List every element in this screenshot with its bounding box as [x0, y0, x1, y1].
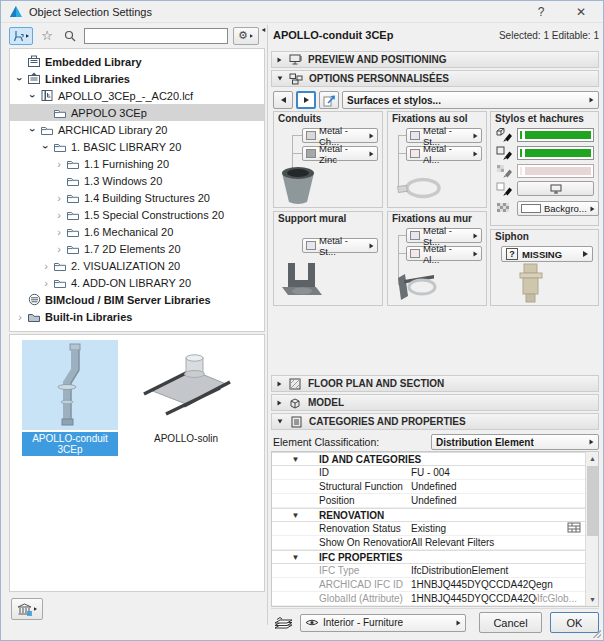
- property-row[interactable]: ARCHICAD IFC ID1HNBJQ445DYQCCDA42Qegn: [272, 578, 585, 592]
- tree-item[interactable]: 1.6 Mechanical 20: [10, 223, 264, 240]
- property-row[interactable]: GlobalId (Attribute)1HNBJQ445DYQCCDA42Qe…: [272, 592, 585, 606]
- wall-fixing-material-2-button[interactable]: Metal - Al...: [406, 246, 482, 261]
- cancel-button[interactable]: Cancel: [479, 612, 542, 633]
- view-mode-button[interactable]: [9, 27, 33, 45]
- tree-expander-icon[interactable]: [53, 209, 65, 221]
- tree-item[interactable]: 1.1 Furnishing 20: [10, 155, 264, 172]
- tree-item[interactable]: Built-in Libraries: [10, 308, 264, 325]
- tree-expander-icon[interactable]: [53, 158, 65, 170]
- ok-button[interactable]: OK: [550, 612, 599, 633]
- floor-fixing-material-1-button[interactable]: Metal - St...: [406, 128, 482, 143]
- property-row[interactable]: Renovation StatusExisting: [272, 522, 585, 536]
- wall-fixing-material-1-button[interactable]: Metal - St...: [406, 228, 482, 243]
- group-expander-icon[interactable]: ▼: [272, 455, 319, 464]
- tree-item[interactable]: Embedded Library: [10, 53, 264, 70]
- fill-pen-selector[interactable]: [517, 164, 594, 178]
- prev-page-button[interactable]: [273, 91, 293, 109]
- conduit-material-1-button[interactable]: Metal - Ch...: [302, 128, 378, 143]
- tree-item-label: 4. ADD-ON LIBRARY 20: [68, 277, 191, 289]
- background-fill-selector[interactable]: Backgro...: [517, 201, 599, 216]
- property-row[interactable]: Show On Renovation...All Relevant Filter…: [272, 536, 585, 550]
- tree-expander-icon[interactable]: [40, 141, 52, 153]
- options-page-selector[interactable]: Surfaces et stylos...: [342, 91, 599, 109]
- property-row[interactable]: IFC TypeIfcDistributionElement: [272, 564, 585, 578]
- load-libraries-button[interactable]: [11, 598, 43, 620]
- siphon-missing-button[interactable]: ? MISSING: [501, 246, 593, 262]
- tree-item[interactable]: 1. BASIC LIBRARY 20: [10, 138, 264, 155]
- tree-expander-icon[interactable]: [27, 90, 39, 102]
- tree-item[interactable]: Linked Libraries: [10, 70, 264, 87]
- resize-grip[interactable]: [593, 630, 601, 638]
- section-custom-options[interactable]: OPTIONS PERSONNALISÉES: [271, 70, 599, 87]
- property-group-row[interactable]: ▼ID AND CATEGORIES: [272, 452, 585, 466]
- property-group-row[interactable]: ▼RENOVATION: [272, 508, 585, 522]
- property-row[interactable]: Structural FunctionUndefined: [272, 480, 585, 494]
- group-expander-icon[interactable]: ▼: [272, 553, 319, 562]
- conduit-material-2-button[interactable]: Metal - Zinc: [302, 146, 378, 161]
- pane-divider[interactable]: [267, 25, 268, 625]
- property-value[interactable]: IfcDistributionElement: [411, 565, 581, 576]
- close-button[interactable]: ✕: [567, 3, 595, 21]
- layer-selector[interactable]: Interior - Furniture: [300, 614, 466, 632]
- object-thumbnail-solin[interactable]: APOLLO-solin: [138, 340, 234, 445]
- tree-item[interactable]: 1.5 Special Constructions 20: [10, 206, 264, 223]
- screen-only-button[interactable]: [517, 181, 594, 196]
- tree-item[interactable]: 1.3 Windows 20: [10, 172, 264, 189]
- section-categories-properties[interactable]: CATEGORIES AND PROPERTIES: [271, 413, 599, 430]
- object-thumbnail-conduit[interactable]: APOLLO-conduit 3CEp: [22, 340, 118, 456]
- tree-item[interactable]: 2. VISUALIZATION 20: [10, 257, 264, 274]
- tree-item[interactable]: 1.7 2D Elements 20: [10, 240, 264, 257]
- tree-expander-icon[interactable]: [53, 243, 65, 255]
- property-group-row[interactable]: ▼IFC PROPERTIES: [272, 550, 585, 564]
- library-search-input[interactable]: [84, 28, 228, 44]
- transfer-settings-button[interactable]: [319, 91, 339, 109]
- properties-rows: ▼ID AND CATEGORIESIDFU - 004Structural F…: [272, 452, 585, 606]
- scroll-down-icon[interactable]: ▼: [586, 593, 599, 606]
- floor-fixing-material-2-button[interactable]: Metal - Al...: [406, 146, 482, 161]
- property-value[interactable]: Existing: [411, 523, 567, 534]
- section-preview-positioning[interactable]: PREVIEW AND POSITIONING: [271, 51, 599, 68]
- tree-item-label: BIMcloud / BIM Server Libraries: [42, 294, 211, 306]
- settings-gear-button[interactable]: ⚙: [233, 27, 259, 45]
- favorites-star-button[interactable]: ☆: [38, 27, 56, 45]
- chevron-right-icon: [590, 440, 594, 445]
- wall-support-material-button[interactable]: Metal - St...: [302, 238, 378, 253]
- section-floor-plan[interactable]: FLOOR PLAN AND SECTION: [271, 375, 599, 392]
- property-value[interactable]: Undefined: [411, 481, 581, 492]
- tree-expander-icon[interactable]: [27, 124, 39, 136]
- tree-expander-icon[interactable]: [53, 226, 65, 238]
- tree-item[interactable]: APOLLO_3CEp_-_AC20.lcf: [10, 87, 264, 104]
- property-value[interactable]: Undefined: [411, 495, 581, 506]
- property-row[interactable]: IDFU - 004: [272, 466, 585, 480]
- group-siphon: Siphon ? MISSING: [490, 229, 599, 306]
- tree-expander-icon[interactable]: [14, 311, 26, 323]
- pane-collapse-arrow[interactable]: [262, 28, 266, 32]
- property-value[interactable]: 1HNBJQ445DYQCCDA42Qegn: [411, 579, 581, 590]
- property-value[interactable]: 1HNBJQ445DYQCCDA42Qegn: [411, 593, 537, 604]
- tree-item[interactable]: 1.4 Building Structures 20: [10, 189, 264, 206]
- tree-expander-icon[interactable]: [14, 73, 26, 85]
- section-model[interactable]: MODEL: [271, 394, 599, 411]
- tree-item[interactable]: ARCHICAD Library 20: [10, 121, 264, 138]
- tree-expander-icon[interactable]: [40, 260, 52, 272]
- scrollbar-thumb[interactable]: [587, 466, 598, 536]
- fill-swatch: [521, 204, 541, 213]
- next-page-button[interactable]: [296, 91, 316, 109]
- tree-item[interactable]: APPOLO 3CEp: [10, 104, 264, 121]
- scroll-up-icon[interactable]: ▲: [586, 452, 599, 465]
- property-row[interactable]: PositionUndefined: [272, 494, 585, 508]
- classification-selector[interactable]: Distribution Element: [431, 434, 599, 450]
- tree-expander-icon[interactable]: [53, 192, 65, 204]
- property-value[interactable]: FU - 004: [411, 467, 581, 478]
- pen-3d-selector[interactable]: [517, 128, 594, 142]
- classification-row: Element Classification: Distribution Ele…: [273, 434, 599, 450]
- tree-item[interactable]: BIMcloud / BIM Server Libraries: [10, 291, 264, 308]
- help-button[interactable]: ?: [527, 3, 555, 21]
- tree-item[interactable]: 4. ADD-ON LIBRARY 20: [10, 274, 264, 291]
- pen-uncut-selector[interactable]: [517, 146, 594, 160]
- monitor-icon: [288, 54, 302, 65]
- property-value[interactable]: All Relevant Filters: [411, 537, 581, 548]
- tree-expander-icon[interactable]: [40, 277, 52, 289]
- vertical-scrollbar[interactable]: ▲ ▼: [585, 452, 598, 606]
- group-expander-icon[interactable]: ▼: [272, 511, 319, 520]
